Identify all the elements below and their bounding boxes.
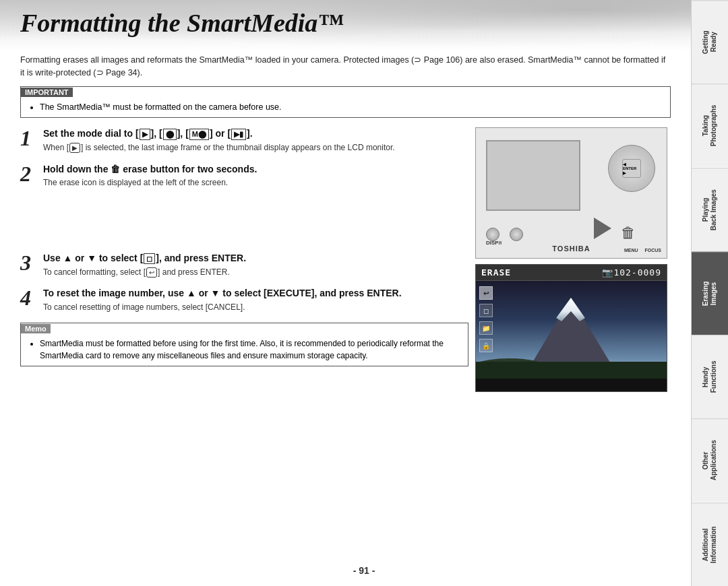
- steps-right: ◀ ENTER ▶ MENU FOCUS DISP/i: [475, 127, 671, 392]
- page-number: - 91 -: [353, 565, 375, 576]
- menu-label: MENU: [624, 248, 638, 253]
- step-2-number: 2: [20, 163, 38, 189]
- camera-diagram: ◀ ENTER ▶ MENU FOCUS DISP/i: [475, 127, 667, 259]
- spacer: [20, 198, 468, 252]
- step-4-desc: To cancel resetting of image numbers, se…: [43, 302, 468, 313]
- intro-paragraph: Formatting erases all images and reforma…: [20, 54, 671, 79]
- step-1: 1 Set the mode dial to [▶], [⬤], [M⬤] or…: [20, 127, 468, 153]
- cancel-icon: ↩: [146, 267, 157, 278]
- camera-screen: [486, 140, 580, 211]
- step-3-number: 3: [20, 252, 38, 278]
- step-2: 2 Hold down the 🗑 erase button for two s…: [20, 163, 468, 189]
- camera-controls: ◀ ENTER ▶: [598, 141, 659, 222]
- step-4-number: 4: [20, 287, 38, 313]
- mode-icon-video: ▶▮: [231, 129, 246, 139]
- important-bullet: The SmartMedia™ must be formatted on the…: [40, 101, 663, 114]
- step-1-desc: When [▶] is selected, the last image fra…: [43, 142, 468, 154]
- page-title: Formatting the SmartMedia™: [20, 8, 343, 38]
- important-content: The SmartMedia™ must be formatted on the…: [21, 97, 670, 118]
- step-4-content: To reset the image number, use ▲ or ▼ to…: [43, 287, 468, 313]
- right-sidebar: GettingReady TakingPhotographs PlayingBa…: [691, 0, 728, 586]
- inline-play-icon: ▶: [69, 143, 80, 153]
- step-2-desc: The erase icon is displayed at the left …: [43, 177, 468, 189]
- erase-icon-4: 🔒: [479, 339, 493, 352]
- erase-image-area: ↩ ◻ 📁 🔒: [476, 281, 667, 379]
- dpad-center: ◀ ENTER ▶: [622, 159, 641, 178]
- sidebar-tab-taking-photos[interactable]: TakingPhotographs: [692, 84, 728, 167]
- steps-area: 1 Set the mode dial to [▶], [⬤], [M⬤] or…: [20, 127, 671, 392]
- step-4: 4 To reset the image number, use ▲ or ▼ …: [20, 287, 468, 313]
- erase-icon-3: 📁: [479, 321, 493, 335]
- mode-icon-camera: ⬤: [163, 129, 177, 139]
- step-2-title: Hold down the 🗑 erase button for two sec…: [43, 163, 468, 176]
- step-3-title: Use ▲ or ▼ to select [◻], and press ENTE…: [43, 252, 468, 265]
- step-1-content: Set the mode dial to [▶], [⬤], [M⬤] or […: [43, 127, 468, 153]
- important-box: IMPORTANT The SmartMedia™ must be format…: [20, 86, 671, 119]
- sidebar-tab-other[interactable]: OtherApplications: [692, 418, 728, 502]
- mode-icon-m: M⬤: [189, 129, 209, 139]
- erase-screen-display: ERASE 📷102-0009: [475, 264, 667, 392]
- erase-screen-label: ERASE: [481, 267, 511, 278]
- step-4-title: To reset the image number, use ▲ or ▼ to…: [43, 287, 468, 300]
- mode-icon-play: ▶: [140, 129, 150, 139]
- toshiba-brand: TOSHIBA: [552, 245, 590, 253]
- camera-label-row: MENU FOCUS: [624, 248, 661, 253]
- sidebar-tab-playing-back[interactable]: PlayingBack Images: [692, 168, 728, 251]
- step-3-desc: To cancel formatting, select [↩] and pre…: [43, 267, 468, 278]
- main-content: Formatting erases all images and reforma…: [0, 0, 691, 586]
- important-label: IMPORTANT: [21, 88, 73, 97]
- svg-rect-5: [476, 362, 667, 379]
- step-2-content: Hold down the 🗑 erase button for two sec…: [43, 163, 468, 189]
- erase-icon-2: ◻: [479, 304, 493, 317]
- step-1-number: 1: [20, 127, 38, 153]
- focus-label: FOCUS: [645, 248, 662, 253]
- camera-dpad: ◀ ENTER ▶: [608, 145, 655, 192]
- enter-center-label: ◀ ENTER ▶: [623, 162, 640, 175]
- step-3: 3 Use ▲ or ▼ to select [◻], and press EN…: [20, 252, 468, 278]
- cam-btn-left: [486, 228, 499, 241]
- sidebar-tab-erasing[interactable]: ErasingImages: [692, 251, 728, 335]
- sidebar-tab-handy[interactable]: HandyFunctions: [692, 335, 728, 418]
- erase-counter: 📷102-0009: [602, 267, 661, 278]
- memo-content: SmartMedia must be formatted before usin…: [21, 333, 468, 366]
- step-3-content: Use ▲ or ▼ to select [◻], and press ENTE…: [43, 252, 468, 278]
- cam-bottom-buttons: [486, 228, 523, 241]
- arrow-right: [594, 218, 611, 239]
- erase-icon-1: ↩: [479, 286, 493, 300]
- sidebar-tab-additional[interactable]: AdditionalInformation: [692, 502, 728, 586]
- execute-icon: ◻: [144, 253, 155, 264]
- erase-icons-list: ↩ ◻ 📁 🔒: [479, 286, 493, 352]
- sidebar-tab-getting-ready[interactable]: GettingReady: [692, 0, 728, 84]
- cam-btn-right: [510, 228, 523, 241]
- memo-box: Memo SmartMedia must be formatted before…: [20, 323, 468, 366]
- erase-icon-cam: 🗑: [621, 224, 636, 242]
- memo-bullet: SmartMedia must be formatted before usin…: [40, 337, 461, 362]
- steps-left: 1 Set the mode dial to [▶], [⬤], [M⬤] or…: [20, 127, 468, 392]
- mountain-svg: [476, 281, 667, 379]
- erase-screen-header: ERASE 📷102-0009: [476, 265, 667, 281]
- memo-label: Memo: [21, 324, 51, 333]
- step-1-title: Set the mode dial to [▶], [⬤], [M⬤] or […: [43, 127, 468, 141]
